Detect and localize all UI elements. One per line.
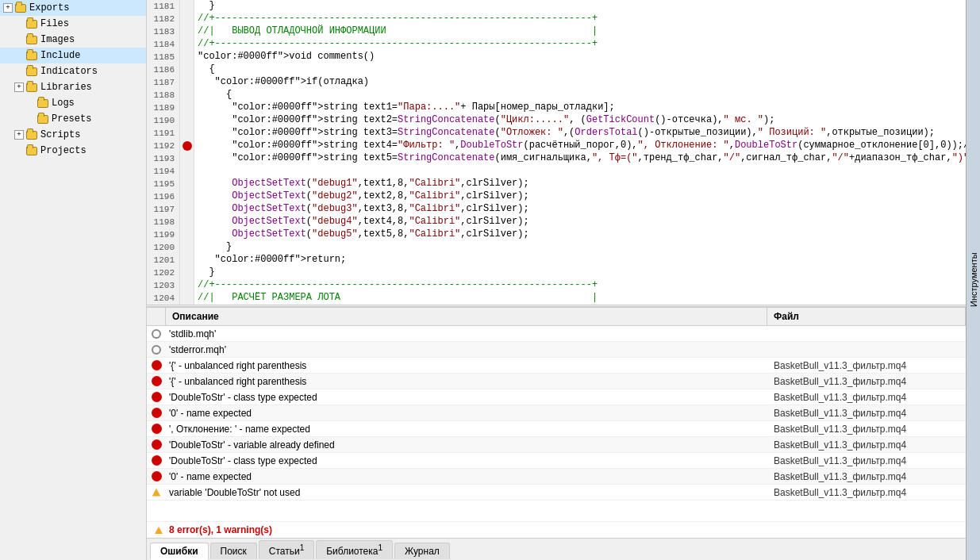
line-number: 1189 — [147, 102, 180, 114]
code-text — [194, 165, 966, 178]
line-gutter — [180, 76, 194, 89]
tree-item-images[interactable]: Images — [0, 32, 146, 48]
line-number: 1181 — [147, 0, 180, 13]
error-row[interactable]: 'DoubleToStr' - class type expectedBaske… — [147, 389, 966, 405]
folder-icon — [14, 2, 27, 14]
tree-item-include[interactable]: Include — [0, 48, 146, 63]
error-desc: 'stderror.mqh' — [166, 343, 767, 357]
line-gutter — [180, 254, 194, 267]
line-gutter — [180, 292, 194, 305]
error-row[interactable]: 'DoubleToStr' - variable already defined… — [147, 437, 966, 453]
error-row[interactable]: '0' - name expectedBasketBull_v11.3_филь… — [147, 469, 966, 485]
error-marker — [183, 141, 192, 151]
tree-item-label: Logs — [52, 98, 75, 109]
line-gutter — [180, 152, 194, 165]
tab-поиск[interactable]: Поиск — [210, 543, 257, 559]
tree-item-label: Scripts — [40, 129, 80, 140]
error-file: BasketBull_v11.3_фильтр.mq4 — [767, 422, 966, 436]
code-line: 1188 { — [147, 89, 966, 102]
code-text: //+-------------------------------------… — [194, 279, 966, 292]
line-number: 1197 — [147, 203, 180, 216]
code-line: 1186 { — [147, 63, 966, 76]
line-number: 1190 — [147, 114, 180, 127]
code-text: ObjectSetText("debug3",text3,8,"Calibri"… — [194, 203, 966, 216]
code-line: 1192 "color:#0000ff">string text4="Фильт… — [147, 140, 966, 152]
folder-icon — [25, 144, 38, 157]
error-file: BasketBull_v11.3_фильтр.mq4 — [767, 374, 966, 389]
line-number: 1199 — [147, 228, 180, 241]
line-number: 1191 — [147, 127, 180, 140]
tree-item-logs[interactable]: Logs — [0, 95, 146, 111]
expand-btn[interactable]: + — [14, 130, 24, 140]
tree-item-exports[interactable]: +Exports — [0, 0, 146, 16]
code-line: 1184//+---------------------------------… — [147, 38, 966, 51]
tab-ошибки[interactable]: Ошибки — [150, 543, 209, 560]
error-desc: 'DoubleToStr' - variable already defined — [166, 438, 767, 452]
code-line: 1201 "color:#0000ff">return; — [147, 254, 966, 267]
error-row[interactable]: '{' - unbalanced right parenthesisBasket… — [147, 374, 966, 389]
code-text: "color:#0000ff">if(отладка) — [194, 76, 966, 89]
error-row[interactable]: variable 'DoubleToStr' not usedBasketBul… — [147, 485, 966, 501]
line-gutter — [180, 267, 194, 279]
expand-btn[interactable]: + — [14, 82, 24, 92]
code-line: 1187 "color:#0000ff">if(отладка) — [147, 76, 966, 89]
tools-vertical-label[interactable]: Инструменты — [966, 0, 980, 560]
tab-библиотека[interactable]: Библиотека1 — [316, 540, 393, 559]
line-number: 1182 — [147, 13, 180, 25]
code-line: 1185"color:#0000ff">void comments() — [147, 51, 966, 63]
code-text: "color:#0000ff">return; — [194, 254, 966, 267]
error-row[interactable]: 'stdlib.mqh' — [147, 326, 966, 342]
tab-статьи[interactable]: Статьи1 — [259, 540, 314, 559]
error-row[interactable]: 'DoubleToStr' - class type expectedBaske… — [147, 453, 966, 469]
code-line: 1196 ObjectSetText("debug2",text2,8,"Cal… — [147, 190, 966, 203]
error-row[interactable]: ', Отклонение: ' - name expectedBasketBu… — [147, 421, 966, 437]
code-line: 1198 ObjectSetText("debug4",text4,8,"Cal… — [147, 216, 966, 228]
error-desc: '{' - unbalanced right parenthesis — [166, 359, 767, 373]
error-row[interactable]: '{' - unbalanced right parenthesisBasket… — [147, 358, 966, 374]
tree-item-presets[interactable]: Presets — [0, 111, 146, 127]
tree-item-scripts[interactable]: +Scripts — [0, 127, 146, 143]
error-desc: variable 'DoubleToStr' not used — [166, 485, 767, 500]
line-gutter — [180, 0, 194, 13]
code-line: 1191 "color:#0000ff">string text3=String… — [147, 127, 966, 140]
horizontal-scrollbar[interactable] — [147, 305, 966, 306]
line-gutter — [180, 203, 194, 216]
error-file: BasketBull_v11.3_фильтр.mq4 — [767, 485, 966, 500]
error-file: BasketBull_v11.3_фильтр.mq4 — [767, 359, 966, 373]
code-text: //+-------------------------------------… — [194, 13, 966, 25]
line-gutter — [180, 51, 194, 63]
line-gutter — [180, 190, 194, 203]
folder-icon — [37, 113, 49, 125]
error-row[interactable]: 'stderror.mqh' — [147, 342, 966, 358]
line-number: 1188 — [147, 89, 180, 102]
info-icon — [152, 345, 161, 355]
error-circle-icon — [152, 471, 162, 481]
code-line: 1193 "color:#0000ff">string text5=String… — [147, 152, 966, 165]
line-number: 1183 — [147, 25, 180, 38]
line-gutter — [180, 216, 194, 228]
tree-item-indicators[interactable]: Indicators — [0, 63, 146, 79]
code-text: "color:#0000ff">string text1="Пара:...."… — [194, 102, 966, 114]
code-text: } — [194, 267, 966, 279]
code-text: } — [194, 241, 966, 254]
error-icon-cell — [147, 422, 166, 435]
line-number: 1187 — [147, 76, 180, 89]
code-line: 1190 "color:#0000ff">string text2=String… — [147, 114, 966, 127]
error-icon-cell — [147, 374, 166, 388]
line-number: 1184 — [147, 38, 180, 51]
tree-item-libraries[interactable]: +Libraries — [0, 79, 146, 95]
line-number: 1196 — [147, 190, 180, 203]
error-icon-cell — [147, 343, 166, 356]
line-gutter — [180, 102, 194, 114]
error-circle-icon — [152, 408, 162, 418]
code-text: ObjectSetText("debug4",text4,8,"Calibri"… — [194, 216, 966, 228]
tree-item-files[interactable]: Files — [0, 16, 146, 32]
code-editor[interactable]: 1181 }1182//+---------------------------… — [147, 0, 966, 306]
error-row[interactable]: '0' - name expectedBasketBull_v11.3_филь… — [147, 405, 966, 421]
code-line: 1189 "color:#0000ff">string text1="Пара:… — [147, 102, 966, 114]
tabs-container: ОшибкиПоискСтатьи1Библиотека1Журнал — [150, 540, 452, 560]
tab-журнал[interactable]: Журнал — [394, 543, 450, 559]
expand-btn[interactable]: + — [3, 3, 13, 13]
tree-item-projects[interactable]: Projects — [0, 143, 146, 159]
code-text: ObjectSetText("debug2",text2,8,"Calibri"… — [194, 190, 966, 203]
